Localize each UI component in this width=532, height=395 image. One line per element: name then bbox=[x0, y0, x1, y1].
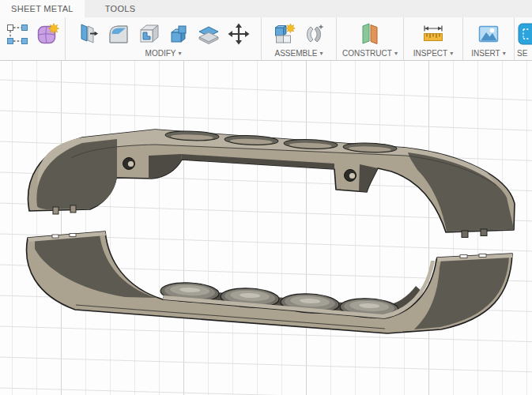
inspect-group-label[interactable]: INSPECT bbox=[413, 47, 453, 58]
top-shell-left-wall-face bbox=[36, 139, 117, 209]
sketch-selection-icon[interactable] bbox=[6, 22, 29, 46]
tab-tools[interactable]: TOOLS bbox=[94, 0, 147, 17]
pin-notch bbox=[460, 255, 467, 258]
toolbar-group-select: SE bbox=[514, 17, 532, 60]
app-window: { "tabs": [ {"label": "SHEET METAL", "ac… bbox=[0, 0, 532, 395]
model-top-shell[interactable] bbox=[28, 130, 515, 238]
create-form-icon[interactable] bbox=[36, 22, 59, 46]
tab-sheet-metal[interactable]: SHEET METAL bbox=[0, 0, 85, 17]
construct-icons-row bbox=[358, 20, 382, 47]
assemble-group-label[interactable]: ASSEMBLE bbox=[275, 47, 323, 58]
modify-icons-row bbox=[77, 20, 251, 47]
combine-icon[interactable] bbox=[167, 22, 191, 46]
viewport-svg[interactable] bbox=[0, 61, 532, 395]
fillet-icon[interactable] bbox=[107, 22, 130, 46]
alignment-pins bbox=[53, 205, 487, 238]
shell-icon[interactable] bbox=[137, 22, 160, 46]
measure-icon[interactable] bbox=[421, 22, 445, 46]
pin-notches bbox=[52, 233, 486, 258]
joint-icon[interactable] bbox=[302, 22, 326, 46]
pin-notch bbox=[70, 233, 76, 236]
alignment-pin bbox=[53, 207, 58, 214]
toolbar-group-inspect: INSPECT bbox=[403, 17, 462, 60]
toolbar-group-construct: CONSTRUCT bbox=[336, 17, 403, 60]
move-copy-icon[interactable] bbox=[227, 22, 251, 46]
pin-notch bbox=[52, 235, 58, 238]
construct-plane-icon[interactable] bbox=[358, 22, 382, 46]
select-icons-row bbox=[517, 20, 532, 47]
top-shell-left-gusset bbox=[149, 154, 182, 179]
alignment-pin bbox=[481, 229, 487, 236]
alignment-pin bbox=[70, 205, 76, 213]
alignment-pin bbox=[462, 231, 468, 238]
insert-icons-row bbox=[477, 20, 500, 47]
toolbar-group-create bbox=[0, 17, 65, 60]
select-group-label[interactable]: SE bbox=[517, 47, 527, 58]
press-pull-icon[interactable] bbox=[77, 22, 100, 46]
insert-group-label[interactable]: INSERT bbox=[471, 47, 506, 58]
viewport-canvas[interactable] bbox=[0, 61, 532, 395]
pin-notch bbox=[479, 254, 486, 257]
workspace-tabbar: SHEET METAL TOOLS bbox=[0, 0, 532, 17]
ribbon-toolbar: MODIFY ASSEMBLE bbox=[0, 17, 532, 61]
toolbar-group-assemble: ASSEMBLE bbox=[261, 17, 336, 60]
model-bottom-shell[interactable] bbox=[27, 231, 512, 333]
construct-group-label[interactable]: CONSTRUCT bbox=[342, 47, 398, 58]
create-icons-row bbox=[6, 20, 59, 47]
new-component-icon[interactable] bbox=[272, 22, 296, 46]
assemble-icons-row bbox=[272, 20, 326, 47]
inspect-icons-row bbox=[421, 20, 445, 47]
insert-canvas-icon[interactable] bbox=[477, 22, 500, 46]
select-window-icon[interactable] bbox=[517, 22, 532, 46]
toolbar-group-modify: MODIFY bbox=[65, 17, 261, 60]
toolbar-group-insert: INSERT bbox=[462, 17, 514, 60]
split-body-icon[interactable] bbox=[197, 22, 221, 46]
modify-group-label[interactable]: MODIFY bbox=[145, 47, 182, 58]
